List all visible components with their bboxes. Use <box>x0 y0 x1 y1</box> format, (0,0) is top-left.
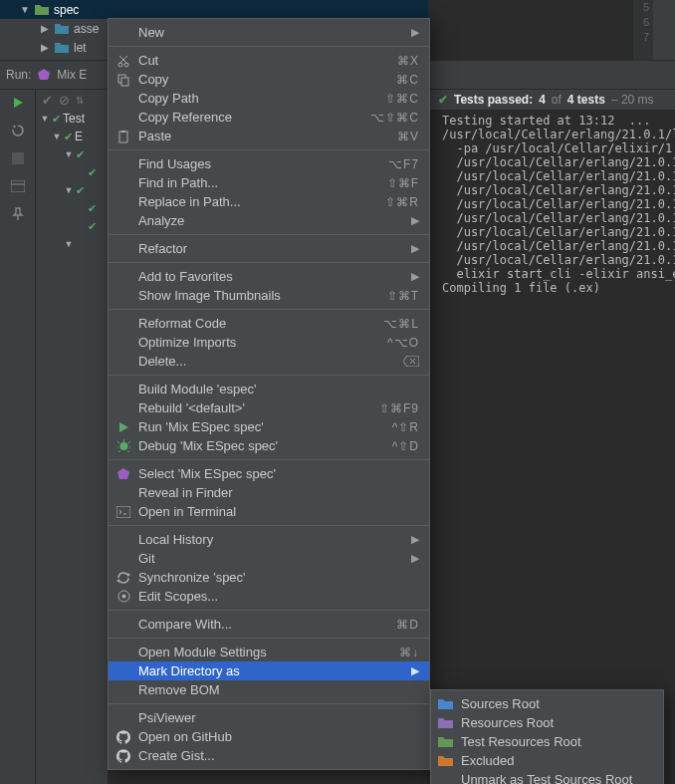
menu-item-reformat-code[interactable]: Reformat Code⌥⌘L <box>109 314 429 333</box>
menu-item-label: Mark Directory as <box>138 663 405 678</box>
menu-item-run-mix-espec-spec[interactable]: Run 'Mix ESpec spec'^⇧R <box>109 417 429 436</box>
test-node[interactable]: ▼✔ <box>36 145 108 163</box>
menu-item-reveal-in-finder[interactable]: Reveal in Finder <box>109 483 429 502</box>
editor-line-gutter: 5 6 7 <box>633 0 653 60</box>
svg-marker-2 <box>13 125 16 128</box>
menu-item-label: Local History <box>138 532 405 547</box>
tree-row-spec[interactable]: ▼spec <box>0 0 428 19</box>
test-node[interactable]: ✔ <box>36 163 108 181</box>
menu-item-open-in-terminal[interactable]: Open in Terminal <box>109 502 429 521</box>
menu-item-find-usages[interactable]: Find Usages⌥F7 <box>109 154 429 173</box>
menu-item-select-mix-espec-spec[interactable]: Select 'Mix ESpec spec' <box>109 464 429 483</box>
menu-item-synchronize-spec[interactable]: Synchronize 'spec' <box>109 568 429 587</box>
menu-item-compare-with[interactable]: Compare With...⌘D <box>109 615 429 634</box>
folder-icon <box>437 717 453 729</box>
menu-item-label: Compare With... <box>138 617 390 632</box>
menu-item-label: Copy Reference <box>138 110 364 125</box>
menu-item-refactor[interactable]: Refactor▶ <box>109 239 429 258</box>
test-node[interactable]: ▼✔ <box>36 181 108 199</box>
test-node[interactable]: ✔ <box>36 217 108 235</box>
cut-icon <box>114 54 132 68</box>
test-node[interactable]: ✔ <box>36 199 108 217</box>
chevron-down-icon[interactable]: ▼ <box>64 239 74 249</box>
menu-shortcut: ⇧⌘F9 <box>379 401 419 415</box>
menu-item-new[interactable]: New▶ <box>109 23 429 42</box>
submenu-item-excluded[interactable]: Excluded <box>431 751 663 770</box>
github-icon <box>114 730 132 744</box>
menu-item-psiviewer[interactable]: PsiViewer <box>109 708 429 727</box>
menu-item-mark-directory-as[interactable]: Mark Directory as▶ <box>109 661 429 680</box>
chevron-right-icon[interactable]: ▶ <box>40 42 50 53</box>
menu-item-remove-bom[interactable]: Remove BOM <box>109 680 429 699</box>
menu-item-label: Refactor <box>138 241 405 256</box>
menu-separator <box>109 703 429 704</box>
menu-item-copy-reference[interactable]: Copy Reference⌥⇧⌘C <box>109 108 429 127</box>
test-node[interactable]: ▼✔E <box>36 128 108 145</box>
tree-label: spec <box>54 3 79 17</box>
test-tree[interactable]: ▼✔Test▼✔E▼✔✔▼✔✔✔▼ <box>36 110 108 784</box>
chevron-down-icon[interactable]: ▼ <box>40 114 50 124</box>
chevron-down-icon[interactable]: ▼ <box>64 185 74 195</box>
submenu-arrow-icon: ▶ <box>411 214 419 227</box>
menu-item-rebuild-default[interactable]: Rebuild '<default>'⇧⌘F9 <box>109 398 429 417</box>
menu-item-delete[interactable]: Delete... <box>109 352 429 371</box>
editor-minimap <box>653 0 675 60</box>
filter-pass-icon[interactable]: ✔ <box>42 93 53 108</box>
filter-fail-icon[interactable]: ⊘ <box>59 93 70 108</box>
menu-item-label: Show Image Thumbnails <box>138 288 381 303</box>
menu-item-add-to-favorites[interactable]: Add to Favorites▶ <box>109 267 429 286</box>
menu-item-label: Cut <box>138 53 391 68</box>
tests-passed-prefix: Tests passed: <box>454 93 533 107</box>
test-node[interactable]: ▼ <box>36 235 108 253</box>
run-config-icon <box>37 68 51 82</box>
run-icon[interactable] <box>9 94 27 112</box>
svg-marker-12 <box>119 422 128 432</box>
pass-icon: ✔ <box>52 113 61 126</box>
menu-shortcut: ⇧⌘T <box>387 289 419 303</box>
submenu-item-test-resources-root[interactable]: Test Resources Root <box>431 732 663 751</box>
menu-item-copy-path[interactable]: Copy Path⇧⌘C <box>109 89 429 108</box>
menu-item-label: New <box>138 25 405 40</box>
menu-item-find-in-path[interactable]: Find in Path...⇧⌘F <box>109 173 429 192</box>
menu-item-analyze[interactable]: Analyze▶ <box>109 211 429 230</box>
chevron-right-icon[interactable]: ▶ <box>40 23 50 34</box>
menu-item-git[interactable]: Git▶ <box>109 549 429 568</box>
menu-item-open-module-settings[interactable]: Open Module Settings⌘↓ <box>109 643 429 661</box>
menu-item-local-history[interactable]: Local History▶ <box>109 530 429 549</box>
chevron-down-icon[interactable]: ▼ <box>64 149 74 159</box>
paste-icon <box>114 130 132 143</box>
menu-item-edit-scopes[interactable]: Edit Scopes... <box>109 587 429 606</box>
chevron-down-icon[interactable]: ▼ <box>52 131 62 141</box>
svg-rect-10 <box>119 131 127 142</box>
submenu-item-resources-root[interactable]: Resources Root <box>431 713 663 732</box>
menu-item-show-image-thumbnails[interactable]: Show Image Thumbnails⇧⌘T <box>109 286 429 305</box>
test-node[interactable]: ▼✔Test <box>36 110 108 128</box>
stop-icon[interactable] <box>9 149 27 167</box>
rerun-icon[interactable] <box>9 122 27 139</box>
pin-icon[interactable] <box>9 205 27 223</box>
mark-directory-submenu[interactable]: Sources RootResources RootTest Resources… <box>430 689 664 784</box>
layout-icon[interactable] <box>9 177 27 195</box>
test-node[interactable] <box>36 253 108 271</box>
menu-shortcut: ⌥F7 <box>388 157 419 171</box>
submenu-item-unmark-as-test-sources-root[interactable]: Unmark as Test Sources Root <box>431 770 663 784</box>
menu-item-cut[interactable]: Cut⌘X <box>109 51 429 70</box>
menu-item-optimize-imports[interactable]: Optimize Imports^⌥O <box>109 333 429 352</box>
menu-item-create-gist[interactable]: Create Gist... <box>109 746 429 765</box>
menu-item-paste[interactable]: Paste⌘V <box>109 127 429 145</box>
menu-item-copy[interactable]: Copy⌘C <box>109 70 429 89</box>
term-icon <box>114 506 132 518</box>
menu-item-debug-mix-espec-spec[interactable]: Debug 'Mix ESpec spec'^⇧D <box>109 436 429 455</box>
submenu-item-sources-root[interactable]: Sources Root <box>431 694 663 713</box>
sort-icon[interactable]: ⇅ <box>76 95 84 106</box>
svg-point-19 <box>121 595 125 599</box>
context-menu[interactable]: New▶Cut⌘XCopy⌘CCopy Path⇧⌘CCopy Referenc… <box>108 18 430 770</box>
menu-item-build-module-espec[interactable]: Build Module 'espec' <box>109 380 429 398</box>
menu-item-open-on-github[interactable]: Open on GitHub <box>109 727 429 746</box>
chevron-down-icon[interactable]: ▼ <box>20 4 30 15</box>
menu-item-replace-in-path[interactable]: Replace in Path...⇧⌘R <box>109 192 429 211</box>
console-output[interactable]: Testing started at 13:12 ... /usr/local/… <box>430 110 675 784</box>
run-config-name[interactable]: Mix E <box>57 68 87 82</box>
menu-item-label: Debug 'Mix ESpec spec' <box>138 438 386 453</box>
menu-separator <box>109 525 429 526</box>
